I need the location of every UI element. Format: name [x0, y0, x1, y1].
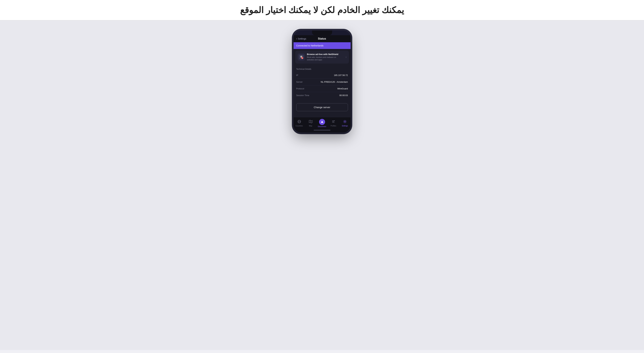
tab-profiles[interactable]: Profiles: [328, 120, 339, 127]
tab-countries[interactable]: Countries: [294, 120, 305, 127]
detail-row-protocol: Protocol WireGuard: [296, 85, 348, 92]
detail-label-session: Session Time: [296, 94, 309, 96]
countries-icon: [298, 120, 301, 124]
spacer: [294, 114, 350, 117]
technical-details-section: Technical Details IP 185.107.56.72 Serve…: [294, 65, 350, 100]
svg-text:⊘: ⊘: [302, 58, 303, 59]
netshield-content: Browse ad-free with NetShield Block ads,…: [307, 53, 344, 61]
banner-text: يمكنك تغيير الخادم لكن لا يمكنك اختيار ا…: [240, 5, 404, 15]
tab-bar: Countries Map: [294, 117, 350, 128]
connected-banner: Connected to Netherlands: [294, 42, 350, 49]
phone-frame: ‹ Settings Status Connected to Netherlan…: [294, 30, 350, 132]
top-banner: يمكنك تغيير الخادم لكن لا يمكنك اختيار ا…: [0, 0, 644, 20]
svg-marker-7: [309, 120, 312, 123]
phone-notch: [312, 30, 332, 35]
detail-row-session: Session Time 00:00:03: [296, 92, 348, 98]
tab-map[interactable]: Map: [305, 120, 316, 127]
detail-value-session: 00:00:03: [339, 94, 348, 96]
nav-bar: ‹ Settings Status: [294, 35, 350, 42]
tab-disconnect-label: Disconnect: [318, 126, 326, 128]
netshield-arrow-icon: ›: [346, 56, 346, 58]
detail-value-ip: 185.107.56.72: [334, 74, 348, 76]
tab-settings-label: Settings: [342, 125, 348, 127]
netshield-card[interactable]: ⊘ Browse ad-free with NetShield Block ad…: [295, 51, 349, 64]
detail-row-ip: IP 185.107.56.72: [296, 72, 348, 79]
change-server-container: Change server: [294, 100, 350, 114]
detail-label-ip: IP: [296, 74, 298, 76]
netshield-title: Browse ad-free with NetShield: [307, 53, 344, 56]
home-indicator: [294, 128, 350, 132]
map-icon: [309, 120, 312, 124]
back-icon: ‹: [296, 37, 297, 40]
detail-label-server: Server: [296, 81, 302, 83]
tab-disconnect[interactable]: Disconnect: [316, 119, 328, 128]
svg-point-10: [344, 121, 346, 122]
detail-value-protocol: WireGuard: [337, 87, 348, 90]
phone-screen: ‹ Settings Status Connected to Netherlan…: [294, 35, 350, 132]
netshield-icon: ⊘: [298, 53, 305, 61]
detail-value-server: NL-FREE#126 - Amsterdam: [321, 81, 348, 83]
back-label: Settings: [298, 38, 306, 40]
tab-countries-label: Countries: [296, 125, 303, 127]
tab-settings[interactable]: Settings: [339, 120, 350, 127]
home-indicator-bar: [314, 130, 330, 130]
change-server-button[interactable]: Change server: [296, 103, 348, 111]
back-button[interactable]: ‹ Settings: [296, 37, 306, 40]
netshield-desc: Block ads, trackers and malware on websi…: [307, 56, 344, 61]
disconnect-icon-circle: [319, 119, 325, 125]
detail-label-protocol: Protocol: [296, 87, 304, 90]
page-wrapper: ‹ Settings Status Connected to Netherlan…: [0, 20, 644, 350]
tab-map-label: Map: [309, 125, 312, 127]
profiles-icon: [332, 120, 335, 124]
tab-profiles-label: Profiles: [331, 125, 336, 127]
settings-icon: [343, 120, 347, 124]
detail-row-server: Server NL-FREE#126 - Amsterdam: [296, 79, 348, 85]
connected-text: Connected to Netherlands: [296, 44, 324, 47]
nav-title: Status: [318, 37, 326, 40]
tech-details-label: Technical Details: [296, 68, 348, 70]
